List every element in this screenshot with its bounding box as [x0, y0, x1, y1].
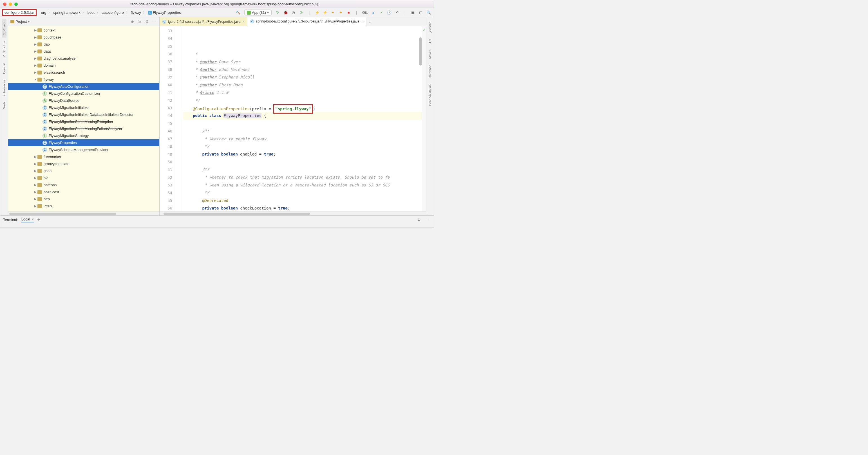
breadcrumb-item[interactable]: autoconfigure — [100, 10, 125, 15]
expand-arrow-icon[interactable]: ▶ — [33, 29, 37, 32]
reload-icon[interactable]: ✦ — [337, 9, 344, 16]
expand-arrow-icon[interactable]: ▶ — [33, 50, 37, 53]
code-line[interactable]: * @author Eddú Meléndez — [183, 66, 422, 73]
tree-folder-item[interactable]: ▶context — [8, 27, 159, 34]
breadcrumb-item[interactable]: org — [40, 10, 48, 15]
tree-class-item[interactable]: CFlywayMigrationScriptMissingFailureAnal… — [8, 125, 159, 132]
project-tree[interactable]: ▶context▶couchbase▶dao▶data▶diagnostics.… — [8, 26, 159, 212]
code-line[interactable]: */ — [183, 143, 422, 151]
expand-arrow-icon[interactable]: ▶ — [33, 204, 37, 207]
project-panel-title[interactable]: Project ▾ — [10, 20, 30, 24]
editor-tab[interactable]: Cspring-boot-autoconfigure-2.5.3-sources… — [247, 17, 366, 26]
project-hscroll[interactable] — [8, 212, 159, 216]
breadcrumb-item[interactable]: CFlywayProperties — [147, 10, 182, 15]
code-line[interactable]: * Whether to check that migration script… — [183, 173, 422, 181]
expand-arrow-icon[interactable]: ▶ — [33, 43, 37, 46]
minimize-window-button[interactable] — [9, 3, 12, 6]
tree-class-item[interactable]: CFlywayAutoConfiguration — [8, 83, 159, 90]
expand-arrow-icon[interactable]: ▶ — [33, 190, 37, 193]
close-window-button[interactable] — [3, 3, 6, 6]
code-line[interactable]: * Whether to enable flyway. — [183, 135, 422, 143]
code-line[interactable]: private boolean enabled = true; — [183, 151, 422, 158]
code-line[interactable]: @ConfigurationProperties(prefix = "sprin… — [183, 104, 422, 112]
tree-folder-item[interactable]: ▶hateoas — [8, 182, 159, 188]
tree-class-item[interactable]: CFlywayMigrationScriptMissingException — [8, 118, 159, 125]
tree-folder-item[interactable]: ▶diagnostics.analyzer — [8, 55, 159, 62]
code-line[interactable]: @Deprecated — [183, 197, 422, 204]
tree-class-item[interactable]: IFlywayMigrationStrategy — [8, 132, 159, 139]
tree-class-item[interactable]: AFlywayDataSource — [8, 97, 159, 104]
build-icon[interactable]: 🔨 — [235, 9, 242, 16]
git-history-icon[interactable]: 🕐 — [386, 9, 393, 16]
hotswap-icon[interactable]: ✦ — [330, 9, 336, 16]
close-icon[interactable]: × — [242, 20, 244, 24]
rail-tab[interactable]: Commit — [2, 61, 6, 77]
coverage-icon[interactable]: ◔ — [290, 9, 297, 16]
gear-icon[interactable]: ⚙ — [144, 19, 150, 25]
code-line[interactable]: * when using a wildcard location or a re… — [183, 182, 422, 189]
expand-arrow-icon[interactable]: ▶ — [33, 169, 37, 172]
add-terminal-icon[interactable]: + — [37, 217, 40, 222]
tree-folder-item[interactable]: ▶gson — [8, 167, 159, 174]
toolbar-misc2-icon[interactable]: ▢ — [417, 9, 424, 16]
stop-icon[interactable]: ■ — [345, 9, 352, 16]
collapse-icon[interactable]: ⇲ — [137, 19, 143, 25]
code-line[interactable]: private boolean checkLocation = true; — [183, 204, 422, 212]
tree-class-item[interactable]: CFlywaySchemaManagementProvider — [8, 146, 159, 153]
code-line[interactable]: */ — [183, 189, 422, 197]
tabs-dropdown-icon[interactable]: ⌄ — [366, 17, 374, 26]
tree-folder-item[interactable]: ▶influx — [8, 202, 159, 209]
expand-arrow-icon[interactable]: ▶ — [33, 155, 37, 158]
rail-tab[interactable]: Ant — [428, 36, 432, 46]
rail-tab[interactable]: Z: Structure — [2, 38, 6, 60]
tree-folder-item[interactable]: ▶freemarker — [8, 153, 159, 160]
fold-gutter[interactable] — [175, 26, 181, 212]
tree-folder-item[interactable]: ▶h2 — [8, 174, 159, 182]
tree-folder-item[interactable]: ▶elasticsearch — [8, 69, 159, 76]
editor-vscroll[interactable] — [419, 37, 422, 66]
tree-folder-item[interactable]: ▶domain — [8, 62, 159, 69]
maximize-window-button[interactable] — [14, 3, 18, 6]
rail-tab[interactable]: Maven — [428, 47, 432, 62]
hide-icon[interactable]: — — [425, 217, 431, 222]
tree-folder-item[interactable]: ▶groovy.template — [8, 160, 159, 167]
rail-tab[interactable]: Database — [428, 62, 432, 81]
run-icon[interactable]: ↻ — [274, 9, 281, 16]
select-icon[interactable]: ⚡ — [322, 9, 329, 16]
git-revert-icon[interactable]: ↶ — [394, 9, 401, 16]
rail-tab[interactable]: 2: Favorites — [2, 77, 6, 99]
hide-icon[interactable]: — — [151, 19, 157, 25]
run-configuration-selector[interactable]: App (31) ▾ — [244, 9, 272, 15]
rail-tab[interactable]: jclasslib — [428, 19, 432, 35]
editor-hscroll[interactable] — [160, 212, 426, 216]
tree-folder-item[interactable]: ▶hazelcast — [8, 188, 159, 195]
editor-tab[interactable]: Cigure-2.4.2-sources.jar!/.../FlywayProp… — [160, 17, 247, 26]
code-line[interactable]: * @author Dave Syer — [183, 58, 422, 66]
locate-icon[interactable]: ⊕ — [129, 19, 135, 25]
rail-tab[interactable]: 1: Project — [2, 19, 6, 37]
git-commit-icon[interactable]: ✓ — [378, 9, 385, 16]
code-line[interactable]: * @author Chris Bono — [183, 81, 422, 89]
tree-class-item[interactable]: CFlywayMigrationInitializer — [8, 104, 159, 111]
code-line[interactable]: * @since 1.1.0 — [183, 89, 422, 96]
expand-arrow-icon[interactable]: ▼ — [33, 78, 37, 81]
expand-arrow-icon[interactable]: ▶ — [33, 57, 37, 60]
tree-class-item[interactable]: CFlywayMigrationInitializerDatabaseIniti… — [8, 111, 159, 118]
breadcrumb-item[interactable]: flyway — [130, 10, 142, 15]
marker-strip[interactable]: ✓ — [422, 26, 426, 212]
code-line[interactable]: * — [183, 50, 422, 58]
expand-arrow-icon[interactable]: ▶ — [33, 71, 37, 74]
terminal-tab-local[interactable]: Local × — [21, 217, 34, 222]
tree-folder-item[interactable]: ▼flyway — [8, 76, 159, 83]
code-line[interactable]: */ — [183, 97, 422, 104]
rail-tab[interactable]: Bean Validation — [428, 82, 432, 108]
attach-icon[interactable]: ⚡ — [314, 9, 320, 16]
tree-folder-item[interactable]: ▶couchbase — [8, 34, 159, 41]
expand-arrow-icon[interactable]: ▶ — [33, 197, 37, 200]
rail-tab[interactable]: Web — [2, 100, 6, 111]
tree-class-item[interactable]: IFlywayConfigurationCustomizer — [8, 90, 159, 97]
code-editor[interactable]: 3334353637383940414243444546474849505152… — [160, 26, 426, 212]
breadcrumb-item[interactable]: boot — [86, 10, 96, 15]
code-line[interactable]: * @author Stephane Nicoll — [183, 73, 422, 81]
breadcrumb-item[interactable]: springframework — [52, 10, 82, 15]
